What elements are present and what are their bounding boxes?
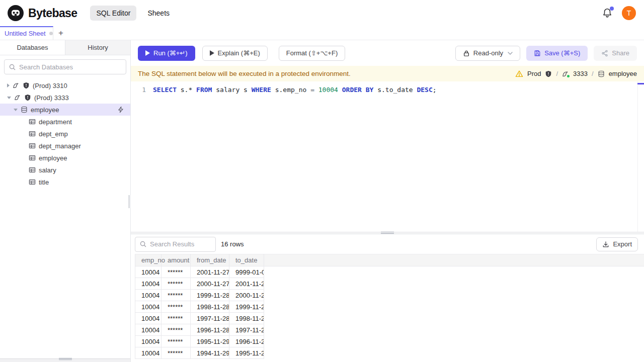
- table-icon: [29, 130, 36, 137]
- database-name[interactable]: employee: [609, 70, 637, 77]
- table-icon: [29, 178, 36, 186]
- run-button-label: Run (⌘+↵): [153, 49, 188, 57]
- mysql-icon: [562, 70, 569, 77]
- sql-token: [314, 86, 318, 94]
- avatar[interactable]: T: [622, 6, 636, 20]
- instance-prod-3310[interactable]: (Prod) 3310: [0, 79, 130, 92]
- top-nav: SQL Editor Sheets: [90, 6, 176, 21]
- search-databases-input[interactable]: [19, 63, 122, 71]
- table-row: 10004******1996-11-281997-11-28: [135, 324, 644, 336]
- table-icon: [29, 154, 36, 161]
- share-button[interactable]: Share: [594, 46, 637, 61]
- sql-token: WHERE: [252, 86, 271, 94]
- results-search[interactable]: [135, 237, 216, 252]
- sheet-tab-bar: Untitled Sheet +: [0, 26, 644, 40]
- column-header-from_date: from_date: [191, 254, 229, 266]
- warning-icon: [515, 70, 523, 78]
- row-count: 16 rows: [221, 240, 244, 248]
- cursor-position-mark: [637, 83, 644, 84]
- database-icon: [598, 70, 605, 77]
- environment-label: Prod: [527, 70, 541, 77]
- body: Databases History: [0, 40, 644, 362]
- drag-grip-icon: [381, 231, 394, 235]
- instance-name[interactable]: 3333: [573, 70, 588, 77]
- results-header: 16 rows Export: [131, 234, 644, 254]
- table-item-title[interactable]: title: [0, 176, 130, 188]
- save-icon: [534, 50, 541, 57]
- nav-sql-editor[interactable]: SQL Editor: [90, 6, 136, 21]
- table-cell-filler: [264, 324, 644, 336]
- sidebar: Databases History: [0, 40, 131, 362]
- column-header-to_date: to_date: [229, 254, 264, 266]
- column-header-filler: [264, 254, 644, 266]
- nav-sheets[interactable]: Sheets: [141, 6, 176, 21]
- table-label: department: [39, 118, 72, 126]
- column-header-amount: amount: [162, 254, 191, 266]
- table-label: title: [39, 178, 49, 186]
- database-search[interactable]: [4, 59, 126, 74]
- editor-overview-ruler[interactable]: [637, 81, 644, 232]
- main-panel: Run (⌘+↵) Explain (⌘+E) Format (⇧+⌥+F) R…: [131, 40, 644, 362]
- notification-bell-icon[interactable]: [602, 8, 613, 19]
- table-item-dept_manager[interactable]: dept_manager: [0, 140, 130, 152]
- search-icon: [139, 240, 147, 248]
- run-button[interactable]: Run (⌘+↵): [138, 46, 195, 61]
- connection-status-dot: [567, 75, 570, 77]
- tab-history[interactable]: History: [65, 40, 130, 55]
- top-bar-right: T: [602, 6, 636, 20]
- table-item-department[interactable]: department: [0, 116, 130, 128]
- table-cell: 1996-11-28: [191, 324, 229, 336]
- shield-icon: [24, 94, 31, 101]
- sidebar-bottom-resize-handle[interactable]: [0, 358, 130, 362]
- database-icon: [21, 106, 28, 113]
- table-cell: 10004: [135, 324, 162, 336]
- database-item-employee[interactable]: employee: [0, 104, 130, 116]
- tab-untitled-sheet[interactable]: Untitled Sheet: [0, 26, 53, 40]
- table-cell: 1995-11-29: [229, 347, 264, 359]
- table-cell: 10004: [135, 301, 162, 313]
- sql-token: ;: [433, 86, 437, 94]
- quick-action-bolt-icon[interactable]: [117, 106, 124, 113]
- table-icon: [29, 142, 36, 149]
- sql-token: =: [310, 86, 314, 94]
- export-button[interactable]: Export: [596, 237, 638, 251]
- table-cell: 1998-11-28: [191, 301, 229, 313]
- tab-databases[interactable]: Databases: [0, 40, 65, 55]
- table-cell: 1999-11-28: [229, 301, 264, 313]
- table-icon: [29, 118, 36, 125]
- sql-code-editor[interactable]: 1 SELECT s.* FROM salary s WHERE s.emp_n…: [131, 81, 644, 232]
- shield-icon: [545, 70, 552, 77]
- new-sheet-button[interactable]: +: [53, 26, 68, 40]
- instance-prod-3333[interactable]: (Prod) 3333: [0, 92, 130, 104]
- brand-name: Bytebase: [28, 7, 77, 20]
- table-cell: 10004: [135, 290, 162, 301]
- results-header-row: emp_noamountfrom_dateto_date: [135, 254, 644, 266]
- save-button[interactable]: Save (⌘+S): [526, 46, 588, 61]
- chevron-down-icon[interactable]: [14, 109, 18, 111]
- table-label: dept_emp: [39, 130, 68, 138]
- lock-icon: [463, 50, 470, 57]
- table-cell: ******: [162, 347, 191, 359]
- toolbar-right: Read-only Save (⌘+S): [455, 46, 637, 61]
- table-cell: 2001-11-27: [191, 266, 229, 278]
- top-bar: Bytebase SQL Editor Sheets T: [0, 0, 644, 26]
- explain-button[interactable]: Explain (⌘+E): [202, 46, 268, 61]
- table-item-employee[interactable]: employee: [0, 152, 130, 164]
- table-cell: ******: [162, 266, 191, 278]
- instance-label: (Prod) 3310: [33, 82, 67, 89]
- table-label: salary: [39, 166, 56, 174]
- table-cell-filler: [264, 266, 644, 278]
- chevron-down-icon[interactable]: [7, 97, 11, 99]
- share-icon: [601, 50, 608, 57]
- breadcrumb-separator: /: [556, 70, 558, 77]
- table-item-salary[interactable]: salary: [0, 164, 130, 176]
- results-body: 10004******2001-11-279999-01-0110004****…: [135, 266, 644, 359]
- chevron-right-icon[interactable]: [7, 83, 10, 87]
- format-button[interactable]: Format (⇧+⌥+F): [279, 46, 345, 61]
- table-item-dept_emp[interactable]: dept_emp: [0, 128, 130, 140]
- table-cell: 1997-11-28: [229, 324, 264, 336]
- readonly-mode-dropdown[interactable]: Read-only: [455, 46, 520, 61]
- table-cell-filler: [264, 301, 644, 313]
- protected-environment-banner: The SQL statement below will be executed…: [131, 66, 644, 81]
- results-resize-handle[interactable]: [131, 232, 644, 234]
